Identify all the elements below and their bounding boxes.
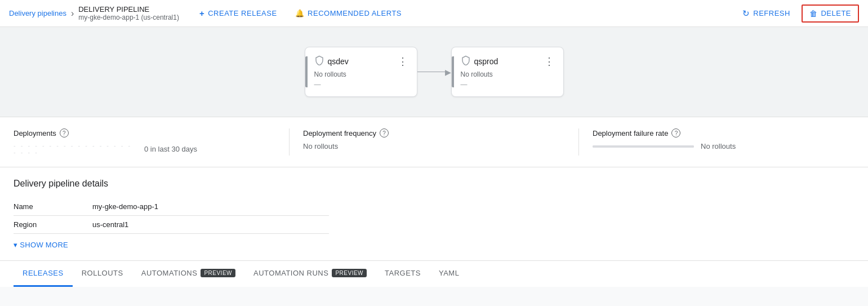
alert-icon: 🔔 [295,9,305,17]
metric-failure-rate-value-row: No rollouts [593,142,854,150]
pipeline-nodes: qsdev ⋮ No rollouts — ▶ qsprod [305,47,564,97]
automation-runs-preview-badge: PREVIEW [332,269,367,277]
field-value-region: us-central1 [92,216,329,234]
node-status-qsdev: No rollouts [314,70,408,78]
pipeline-node-qsdev: qsdev ⋮ No rollouts — [305,47,417,97]
field-label-name: Name [14,198,92,216]
node-status-qsprod: No rollouts [461,70,554,78]
node-dash-qsprod: — [461,81,554,88]
metric-deployments-value-row: - - - - - - - - - - - - - - - - - - - - … [14,142,275,156]
failure-rate-help-icon[interactable]: ? [671,128,680,138]
tab-automations[interactable]: AUTOMATIONS PREVIEW [132,261,244,287]
shield-icon-qsdev [314,55,324,67]
details-section: Delivery pipeline details Name my-gke-de… [0,167,868,260]
pipeline-arrow: ▶ [417,68,451,77]
breadcrumb-arrow-icon: › [71,8,74,19]
pipeline-type-label: DELIVERY PIPELINE [78,5,179,14]
node-header-qsdev: qsdev ⋮ [314,55,408,67]
tab-rollouts-label: ROLLOUTS [82,269,123,277]
breadcrumb-link[interactable]: Delivery pipelines [9,9,66,17]
breadcrumb-current: DELIVERY PIPELINE my-gke-demo-app-1 (us-… [78,5,179,21]
metric-deployments: Deployments ? - - - - - - - - - - - - - … [14,128,290,156]
node-name-qsprod: qsprod [474,57,498,66]
metric-frequency-value-row: No rollouts [303,142,565,150]
tabs-section: RELEASES ROLLOUTS AUTOMATIONS PREVIEW AU… [0,260,868,287]
failure-rate-bar-progress [593,145,694,148]
field-label-region: Region [14,216,92,234]
tab-yaml-label: YAML [439,269,459,277]
metric-frequency: Deployment frequency ? No rollouts [303,128,579,156]
create-release-button[interactable]: + CREATE RELEASE [193,5,284,21]
create-release-label: CREATE RELEASE [208,9,277,17]
metric-failure-rate-label: Deployment failure rate ? [593,128,854,138]
arrow-head-icon: ▶ [445,68,451,77]
shield-icon-qsprod [461,55,471,67]
delete-button[interactable]: 🗑 DELETE [802,5,859,23]
node-header-qsprod: qsprod ⋮ [461,55,554,67]
metric-failure-rate-value: No rollouts [701,142,736,150]
show-more-label: SHOW MORE [20,241,68,249]
tab-rollouts[interactable]: ROLLOUTS [73,261,132,287]
metric-frequency-label: Deployment frequency ? [303,128,565,138]
metrics-section: Deployments ? - - - - - - - - - - - - - … [0,117,868,167]
node-menu-qsdev[interactable]: ⋮ [398,56,408,66]
tab-targets[interactable]: TARGETS [376,261,430,287]
metric-deployments-label: Deployments ? [14,128,275,138]
node-menu-qsprod[interactable]: ⋮ [544,56,554,66]
frequency-help-icon[interactable]: ? [380,128,389,138]
tab-releases[interactable]: RELEASES [14,261,73,287]
delete-label: DELETE [821,9,851,17]
chevron-down-icon: ▾ [14,241,17,249]
failure-rate-bar [593,145,694,148]
top-bar-actions: + CREATE RELEASE 🔔 RECOMMENDED ALERTS [193,5,408,21]
deployments-help-icon[interactable]: ? [60,128,69,138]
tab-yaml[interactable]: YAML [430,261,468,287]
pipeline-name-label: my-gke-demo-app-1 (us-central1) [78,14,179,21]
metric-deployments-value: 0 in last 30 days [144,145,197,153]
details-table: Name my-gke-demo-app-1 Region us-central… [14,198,329,234]
breadcrumb: Delivery pipelines › DELIVERY PIPELINE m… [9,5,179,21]
top-bar: Delivery pipelines › DELIVERY PIPELINE m… [0,0,868,27]
refresh-button[interactable]: ↻ REFRESH [736,5,797,22]
metric-frequency-value: No rollouts [303,142,338,150]
create-release-icon: + [199,8,204,18]
tab-automation-runs[interactable]: AUTOMATION RUNS PREVIEW [244,261,376,287]
refresh-label: REFRESH [753,9,790,17]
metric-failure-rate: Deployment failure rate ? No rollouts [593,128,854,156]
details-title: Delivery pipeline details [14,179,854,189]
delete-icon: 🗑 [809,9,818,18]
tab-releases-label: RELEASES [23,269,64,277]
refresh-icon: ↻ [742,8,750,19]
pipeline-node-qsprod: qsprod ⋮ No rollouts — [451,47,564,97]
table-row: Name my-gke-demo-app-1 [14,198,329,216]
field-value-name: my-gke-demo-app-1 [92,198,329,216]
tab-automation-runs-label: AUTOMATION RUNS [253,269,328,277]
recommended-alerts-label: RECOMMENDED ALERTS [308,9,402,17]
table-row: Region us-central1 [14,216,329,234]
show-more-button[interactable]: ▾ SHOW MORE [14,241,854,249]
tab-targets-label: TARGETS [385,269,421,277]
tab-automations-label: AUTOMATIONS [141,269,198,277]
node-title-row-qsdev: qsdev [314,55,349,67]
automations-preview-badge: PREVIEW [201,269,235,277]
node-dash-qsdev: — [314,81,408,88]
deployments-bar-dashes: - - - - - - - - - - - - - - - - - - - - … [14,142,137,156]
node-name-qsdev: qsdev [328,57,349,66]
pipeline-canvas: qsdev ⋮ No rollouts — ▶ qsprod [0,27,868,117]
node-title-row-qsprod: qsprod [461,55,498,67]
recommended-alerts-button[interactable]: 🔔 RECOMMENDED ALERTS [288,6,408,21]
